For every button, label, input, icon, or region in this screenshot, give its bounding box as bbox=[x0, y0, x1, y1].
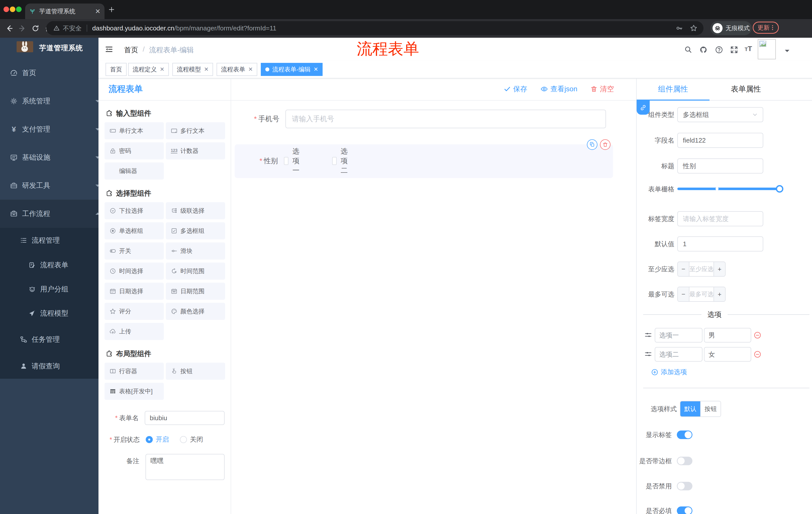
clear-button[interactable]: 清空 bbox=[590, 84, 614, 94]
component-chip-multi-text[interactable]: 多行文本 bbox=[166, 122, 225, 139]
drag-handle-icon[interactable] bbox=[645, 331, 652, 339]
password-key-icon[interactable] bbox=[676, 25, 683, 32]
tag-close-icon[interactable]: ✕ bbox=[248, 66, 253, 73]
component-chip-slider[interactable]: 滑块 bbox=[166, 242, 225, 260]
max-select-value[interactable]: 最多可选 bbox=[689, 287, 714, 301]
avatar-caret-icon[interactable] bbox=[785, 50, 789, 54]
gender-option-1[interactable]: 选项一 bbox=[284, 146, 303, 175]
search-icon[interactable] bbox=[685, 46, 692, 53]
sidebar-item-system[interactable]: 系统管理 bbox=[0, 87, 98, 115]
phone-input[interactable]: 请输入手机号 bbox=[285, 110, 606, 128]
show-label-toggle[interactable] bbox=[677, 431, 692, 439]
bookmark-star-icon[interactable] bbox=[690, 24, 697, 32]
add-option-button[interactable]: 添加选项 bbox=[651, 368, 687, 376]
forward-icon[interactable] bbox=[19, 25, 26, 32]
component-chip-row-container[interactable]: 行容器 bbox=[105, 362, 164, 380]
component-chip-table[interactable]: 表格[开发中] bbox=[105, 383, 164, 400]
increase-button[interactable]: + bbox=[714, 262, 725, 276]
sidebar-item-workflow[interactable]: 工作流程 bbox=[0, 200, 98, 228]
tag-process-form[interactable]: 流程表单✕ bbox=[216, 63, 257, 76]
label-width-input[interactable] bbox=[677, 211, 763, 226]
update-button[interactable]: 更新 bbox=[753, 22, 779, 34]
new-tab-icon[interactable] bbox=[109, 6, 115, 12]
sidebar-item-process-mgmt[interactable]: 流程管理 bbox=[0, 228, 98, 253]
view-json-button[interactable]: 查看json bbox=[541, 84, 577, 94]
component-chip-button[interactable]: 按钮 bbox=[166, 362, 225, 380]
tag-close-icon[interactable]: ✕ bbox=[204, 66, 208, 73]
reload-icon[interactable] bbox=[32, 25, 39, 32]
tab-form-props[interactable]: 表单属性 bbox=[709, 78, 782, 100]
disabled-toggle[interactable] bbox=[677, 482, 692, 490]
delete-field-button[interactable] bbox=[600, 139, 610, 150]
tag-process-model[interactable]: 流程模型✕ bbox=[172, 63, 213, 76]
tag-home[interactable]: 首页 bbox=[106, 63, 127, 76]
title-input[interactable] bbox=[677, 158, 763, 173]
component-chip-time-range[interactable]: 时间范围 bbox=[166, 263, 225, 280]
canvas-selected-field-gender[interactable]: *性别 选项一 选项二 bbox=[235, 144, 613, 178]
option-value-input[interactable] bbox=[704, 328, 751, 343]
style-button-button[interactable]: 按钮 bbox=[700, 401, 721, 416]
mac-zoom-button[interactable] bbox=[16, 6, 22, 12]
component-chip-radio-group[interactable]: 单选框组 bbox=[105, 222, 164, 239]
font-size-icon[interactable]: TT bbox=[745, 45, 752, 53]
remove-option-icon[interactable] bbox=[754, 331, 761, 339]
form-name-input[interactable] bbox=[145, 411, 225, 425]
back-icon[interactable] bbox=[5, 25, 13, 32]
component-chip-select[interactable]: 下拉选择 bbox=[105, 202, 164, 219]
component-chip-password[interactable]: 密码 bbox=[105, 142, 164, 159]
help-icon[interactable] bbox=[715, 46, 723, 54]
browser-menu-dots-icon[interactable] bbox=[770, 25, 776, 31]
tag-close-icon[interactable]: ✕ bbox=[314, 66, 318, 73]
component-chip-upload[interactable]: 上传 bbox=[105, 323, 164, 340]
tag-process-form-edit[interactable]: 流程表单-编辑✕ bbox=[261, 63, 323, 76]
canvas-field-phone[interactable]: *手机号 请输入手机号 bbox=[231, 110, 636, 128]
component-chip-rate[interactable]: 评分 bbox=[105, 303, 164, 320]
sidebar-item-infra[interactable]: 基础设施 bbox=[0, 143, 98, 171]
component-chip-switch[interactable]: 开关 bbox=[105, 242, 164, 260]
form-grid-slider[interactable] bbox=[677, 188, 779, 190]
sidebar-item-process-model[interactable]: 流程模型 bbox=[0, 301, 98, 325]
component-type-select[interactable]: 多选框组 bbox=[677, 107, 763, 122]
component-chip-time-picker[interactable]: 时间选择 bbox=[105, 263, 164, 280]
component-chip-cascader[interactable]: 级联选择 bbox=[166, 202, 225, 219]
sidebar-item-devtools[interactable]: 研发工具 bbox=[0, 171, 98, 200]
fullscreen-icon[interactable] bbox=[730, 46, 738, 54]
decrease-button[interactable]: − bbox=[678, 287, 689, 301]
sidebar-item-home[interactable]: 首页 bbox=[0, 59, 98, 87]
component-chip-checkbox-group[interactable]: 多选框组 bbox=[166, 222, 225, 239]
remove-option-icon[interactable] bbox=[754, 351, 761, 358]
browser-tab[interactable]: 芋道管理系统 ✕ bbox=[25, 3, 105, 19]
github-icon[interactable] bbox=[699, 46, 707, 54]
sidebar-item-user-group[interactable]: 用户分组 bbox=[0, 277, 98, 301]
required-toggle[interactable] bbox=[677, 507, 692, 514]
component-chip-single-text[interactable]: 单行文本 bbox=[105, 122, 164, 139]
min-select-value[interactable]: 至少应选 bbox=[689, 262, 714, 276]
option-value-input[interactable] bbox=[704, 347, 751, 361]
component-chip-color-picker[interactable]: 颜色选择 bbox=[166, 303, 225, 320]
tab-close-icon[interactable]: ✕ bbox=[95, 7, 100, 15]
sidebar-fold-icon[interactable] bbox=[105, 45, 113, 53]
save-button[interactable]: 保存 bbox=[504, 84, 527, 94]
gender-option-2[interactable]: 选项二 bbox=[332, 146, 351, 175]
option-label-input[interactable] bbox=[655, 347, 702, 361]
status-radio-off[interactable]: 关闭 bbox=[180, 435, 203, 444]
checkbox-icon[interactable] bbox=[332, 157, 337, 165]
tag-process-definition[interactable]: 流程定义✕ bbox=[128, 63, 169, 76]
checkbox-icon[interactable] bbox=[284, 157, 288, 165]
avatar[interactable] bbox=[758, 39, 776, 59]
mac-minimize-button[interactable] bbox=[10, 6, 15, 12]
component-chip-counter[interactable]: 123计数器 bbox=[166, 142, 225, 159]
address-bar[interactable]: 不安全 dashboard.yudao.iocoder.cn/bpm/manag… bbox=[46, 21, 703, 35]
sidebar-item-process-form[interactable]: 流程表单 bbox=[0, 253, 98, 277]
increase-button[interactable]: + bbox=[714, 287, 725, 301]
form-remark-textarea[interactable]: 嘿嘿 bbox=[145, 454, 225, 480]
sidebar-item-leave-query[interactable]: 请假查询 bbox=[0, 354, 98, 379]
slider-handle[interactable] bbox=[776, 185, 783, 193]
tag-close-icon[interactable]: ✕ bbox=[160, 66, 164, 73]
copy-field-button[interactable] bbox=[587, 139, 598, 150]
option-label-input[interactable] bbox=[655, 328, 702, 343]
field-name-input[interactable] bbox=[677, 133, 763, 148]
sidebar-item-task-mgmt[interactable]: 任务管理 bbox=[0, 325, 98, 354]
default-value-input[interactable] bbox=[677, 236, 763, 251]
decrease-button[interactable]: − bbox=[678, 262, 689, 276]
